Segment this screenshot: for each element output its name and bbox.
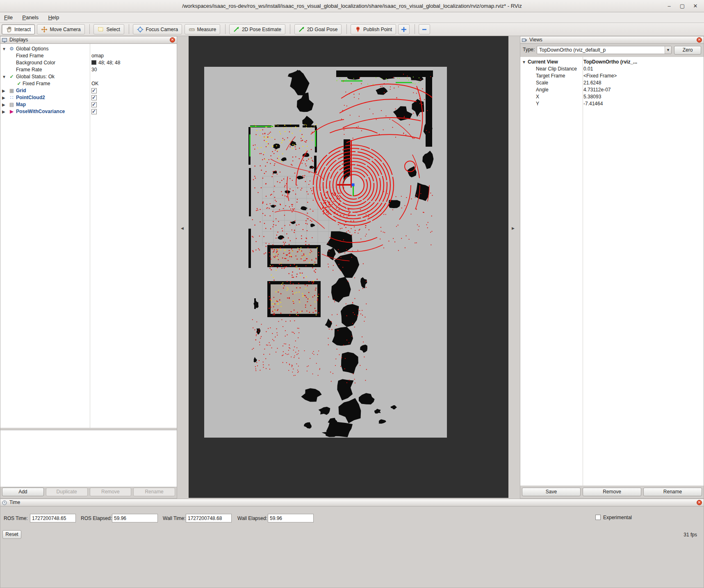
tree-row-current-view[interactable]: ▼ Current View TopDownOrtho (rviz_... <box>520 59 704 66</box>
interact-tool-button[interactable]: Interact <box>2 24 35 34</box>
experimental-checkbox[interactable] <box>595 515 601 520</box>
tree-row-global-status[interactable]: ▼ ✓ Global Status: Ok <box>0 73 177 80</box>
tool-label: Move Camera <box>50 27 80 32</box>
expander-right-icon[interactable]: ▶ <box>2 87 7 94</box>
fps-counter: 31 fps <box>683 532 697 538</box>
property-value[interactable]: 21.6248 <box>583 79 601 86</box>
pointcloud2-visible-checkbox[interactable]: ✓ <box>91 95 97 100</box>
tree-row-posewithcovariance[interactable]: ▶ ▶ PoseWithCovariance ✓ <box>0 108 177 115</box>
map-visible-checkbox[interactable]: ✓ <box>91 102 97 107</box>
hand-icon <box>6 26 12 33</box>
remove-tool-button[interactable] <box>419 24 430 34</box>
property-value[interactable]: 30 <box>91 66 97 73</box>
splitter-collapse-right[interactable]: ▶ <box>512 226 515 230</box>
wall-time-input[interactable] <box>186 514 232 522</box>
property-value[interactable]: -7.41464 <box>583 100 603 107</box>
maximize-button[interactable]: ▢ <box>677 2 688 11</box>
wall-time-label: Wall Time: <box>163 515 186 521</box>
tree-row-target-frame[interactable]: Target Frame <Fixed Frame> <box>520 73 704 79</box>
ros-time-input[interactable] <box>30 514 76 522</box>
time-panel-title: Time <box>9 499 20 505</box>
close-window-button[interactable]: ✕ <box>690 2 701 11</box>
publish-point-pin-icon <box>355 26 361 33</box>
save-view-button[interactable]: Save <box>522 488 581 496</box>
tree-row-frame-rate[interactable]: Frame Rate 30 <box>0 66 177 73</box>
menu-panels-mnemonic: P <box>22 14 26 20</box>
expander-right-icon[interactable]: ▶ <box>2 94 7 101</box>
minimize-button[interactable]: – <box>664 2 674 11</box>
menu-panels[interactable]: Panels <box>18 12 43 23</box>
property-name: Scale <box>536 79 548 86</box>
publish-point-tool-button[interactable]: Publish Point <box>351 24 396 34</box>
reset-button[interactable]: Reset <box>2 530 21 539</box>
add-tool-button[interactable] <box>398 24 410 34</box>
menu-help[interactable]: Help <box>44 12 63 23</box>
property-name: X <box>536 93 539 100</box>
property-name: Fixed Frame <box>16 52 43 59</box>
checkmark-icon: ✓ <box>92 87 96 94</box>
checkmark-icon: ✓ <box>92 101 96 108</box>
display-name-label: Grid <box>16 87 26 94</box>
tree-row-x[interactable]: X 5.38093 <box>520 93 704 100</box>
displays-tree: ▼ ⚙ Global Options Fixed Frame omap Back… <box>0 44 177 428</box>
expander-right-icon[interactable]: ▶ <box>2 108 7 115</box>
move-camera-tool-button[interactable]: Move Camera <box>37 24 84 34</box>
views-panel-header[interactable]: Views ✕ <box>520 36 704 44</box>
close-time-panel-button[interactable]: ✕ <box>697 500 702 505</box>
tree-row-pointcloud2[interactable]: ▶ ∷ PointCloud2 ✓ <box>0 94 177 101</box>
measure-tool-button[interactable]: Measure <box>185 24 221 34</box>
close-views-panel-button[interactable]: ✕ <box>697 37 702 43</box>
tree-row-global-options[interactable]: ▼ ⚙ Global Options <box>0 45 177 52</box>
property-value[interactable]: omap <box>91 52 104 59</box>
experimental-toggle[interactable]: Experimental <box>595 515 632 520</box>
property-value[interactable]: 5.38093 <box>583 93 601 100</box>
ros-elapsed-input[interactable] <box>112 514 158 522</box>
expander-down-icon[interactable]: ▼ <box>2 73 7 80</box>
grid-visible-checkbox[interactable]: ✓ <box>91 88 97 93</box>
rviz-window: /workspaces/isaac_ros-dev/ros_ws/install… <box>0 0 704 588</box>
time-panel-header[interactable]: Time ✕ <box>0 499 704 506</box>
viewport-3d[interactable] <box>189 36 508 498</box>
goal-pose-tool-button[interactable]: 2D Goal Pose <box>294 24 342 34</box>
close-displays-panel-button[interactable]: ✕ <box>170 37 175 43</box>
clock-icon <box>2 500 7 505</box>
displays-panel-header[interactable]: Displays ✕ <box>0 36 177 44</box>
add-display-button[interactable]: Add <box>2 488 44 496</box>
pose-visible-checkbox[interactable]: ✓ <box>91 109 97 114</box>
menu-file[interactable]: File <box>0 12 17 23</box>
property-value[interactable]: 48; 48; 48 <box>91 59 120 66</box>
tree-row-scale[interactable]: Scale 21.6248 <box>520 79 704 86</box>
focus-camera-tool-button[interactable]: Focus Camera <box>133 24 182 34</box>
tree-row-grid[interactable]: ▶ ▦ Grid ✓ <box>0 87 177 94</box>
ros-time-label: ROS Time: <box>4 515 28 521</box>
column-divider[interactable] <box>583 57 583 486</box>
tree-row-angle[interactable]: Angle 4.73112e-07 <box>520 86 704 93</box>
tree-row-fixed-frame[interactable]: Fixed Frame omap <box>0 52 177 59</box>
tree-row-fixed-frame-status[interactable]: ✓ Fixed Frame OK <box>0 80 177 87</box>
color-value-text: 48; 48; 48 <box>98 60 120 66</box>
toolbar-separator <box>290 24 290 34</box>
splitter-collapse-left[interactable]: ◀ <box>181 226 184 230</box>
tree-row-background-color[interactable]: Background Color 48; 48; 48 <box>0 59 177 66</box>
toolbar: Interact Move Camera Select Focus Camera… <box>0 23 704 36</box>
gear-icon: ⚙ <box>9 45 15 52</box>
property-value[interactable]: 4.73112e-07 <box>583 86 611 93</box>
tree-row-y[interactable]: Y -7.41464 <box>520 100 704 107</box>
tree-row-map[interactable]: ▶ ▤ Map ✓ <box>0 101 177 108</box>
property-value[interactable]: <Fixed Frame> <box>583 73 617 79</box>
property-value[interactable]: 0.01 <box>583 66 593 73</box>
display-name-label: PointCloud2 <box>16 94 45 101</box>
pose-estimate-tool-button[interactable]: 2D Pose Estimate <box>229 24 285 34</box>
remove-view-button[interactable]: Remove <box>583 488 641 496</box>
select-tool-button[interactable]: Select <box>93 24 124 34</box>
expander-down-icon[interactable]: ▼ <box>522 59 527 66</box>
checkmark-icon: ✓ <box>92 108 96 115</box>
expander-down-icon[interactable]: ▼ <box>2 45 7 52</box>
tree-row-near-clip[interactable]: Near Clip Distance 0.01 <box>520 66 704 73</box>
expander-right-icon[interactable]: ▶ <box>2 101 7 108</box>
views-panel: Views ✕ Type: TopDownOrtho (rviz_default… <box>520 36 704 499</box>
zero-button[interactable]: Zero <box>674 46 701 54</box>
wall-elapsed-input[interactable] <box>268 514 314 522</box>
view-type-dropdown[interactable]: TopDownOrtho (rviz_default_p ▼ <box>537 46 672 54</box>
rename-view-button[interactable]: Rename <box>643 488 702 496</box>
